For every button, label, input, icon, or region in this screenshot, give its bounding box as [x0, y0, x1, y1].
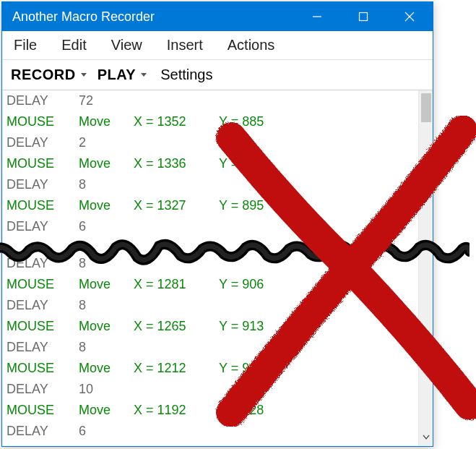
event-type: MOUSE	[7, 111, 79, 132]
event-type: MOUSE	[7, 316, 79, 337]
event-col2: 10	[79, 379, 134, 400]
event-row[interactable]: MOUSEMoveX = 1327Y = 895	[2, 195, 418, 216]
chevron-down-icon	[141, 72, 147, 78]
event-y: Y = 928	[219, 400, 304, 421]
settings-button[interactable]: Settings	[155, 65, 218, 85]
event-row[interactable]: MOUSEMoveX = 1265Y = 913	[2, 316, 418, 337]
scroll-down-arrow[interactable]	[419, 433, 433, 443]
event-row[interactable]: MOUSEMoveX = 1212Y = 923	[2, 358, 418, 379]
event-y: Y = 895	[219, 195, 304, 216]
event-col2: Move	[79, 358, 134, 379]
chevron-down-icon	[81, 72, 87, 78]
menu-file[interactable]: File	[9, 34, 41, 56]
event-row[interactable]: MOUSEMoveX = 1352Y = 885	[2, 111, 418, 132]
event-row[interactable]: MOUSEMoveX = 1192Y = 928	[2, 400, 418, 421]
titlebar: Another Macro Recorder	[2, 2, 433, 31]
event-x: X = 1327	[134, 195, 219, 216]
menu-view[interactable]: View	[107, 34, 147, 56]
menu-actions[interactable]: Actions	[223, 34, 280, 56]
play-button[interactable]: PLAY	[95, 65, 139, 85]
minimize-button[interactable]	[294, 2, 340, 31]
event-row[interactable]: DELAY8	[2, 337, 418, 358]
event-x: X = 1281	[134, 274, 219, 295]
scrollbar[interactable]	[418, 90, 433, 446]
minimize-icon	[312, 12, 322, 22]
event-type: MOUSE	[7, 195, 79, 216]
event-row[interactable]: MOUSEMoveX = 1336Y = 891	[2, 153, 418, 174]
event-type: DELAY	[7, 337, 79, 358]
event-type: DELAY	[7, 90, 79, 111]
maximize-button[interactable]	[340, 2, 386, 31]
event-x: X = 1192	[134, 400, 219, 421]
svg-rect-0	[360, 13, 368, 21]
event-type: DELAY	[7, 174, 79, 195]
event-col2: 8	[79, 295, 134, 316]
event-type: DELAY	[7, 216, 79, 237]
event-row[interactable]: DELAY8	[2, 295, 418, 316]
event-col2: Move	[79, 153, 134, 174]
scroll-thumb[interactable]	[421, 93, 431, 122]
menu-insert[interactable]: Insert	[163, 34, 207, 56]
toolbar: RECORD PLAY Settings	[2, 60, 433, 90]
event-col2: 6	[79, 421, 134, 442]
event-col2: 2	[79, 132, 134, 153]
event-y: Y = 885	[219, 111, 304, 132]
event-col2: Move	[79, 274, 134, 295]
event-y: Y = 906	[219, 274, 304, 295]
event-row[interactable]: MOUSEMoveX = 1281Y = 906	[2, 274, 418, 295]
play-dropdown[interactable]	[139, 72, 149, 78]
event-row[interactable]: DELAY8	[2, 253, 418, 274]
event-row[interactable]: DELAY2	[2, 132, 418, 153]
event-y: Y = 913	[219, 316, 304, 337]
event-list[interactable]: DELAY72MOUSEMoveX = 1352Y = 885DELAY2MOU…	[2, 90, 418, 446]
event-row[interactable]: DELAY6	[2, 421, 418, 442]
event-row[interactable]: DELAY10	[2, 379, 418, 400]
event-type: MOUSE	[7, 400, 79, 421]
event-x: X = 1336	[134, 153, 219, 174]
event-row[interactable]: DELAY72	[2, 90, 418, 111]
event-col2: 72	[79, 90, 134, 111]
event-col2: 8	[79, 337, 134, 358]
event-x: X = 1352	[134, 111, 219, 132]
event-y: Y = 891	[219, 153, 304, 174]
event-col2: Move	[79, 195, 134, 216]
window-title: Another Macro Recorder	[12, 9, 294, 25]
event-type: DELAY	[7, 421, 79, 442]
event-x: X = 1212	[134, 358, 219, 379]
event-type: DELAY	[7, 253, 79, 274]
event-type: DELAY	[7, 132, 79, 153]
record-button[interactable]: RECORD	[8, 65, 79, 85]
event-x: X = 1265	[134, 316, 219, 337]
maximize-icon	[358, 12, 368, 22]
app-window: Another Macro Recorder File Edit View In…	[1, 1, 433, 447]
event-type: DELAY	[7, 295, 79, 316]
event-list-area: DELAY72MOUSEMoveX = 1352Y = 885DELAY2MOU…	[2, 90, 433, 446]
event-col2: Move	[79, 111, 134, 132]
close-button[interactable]	[386, 2, 433, 31]
event-col2: Move	[79, 400, 134, 421]
event-y: Y = 923	[219, 358, 304, 379]
window-controls	[294, 2, 433, 31]
chevron-down-icon	[423, 434, 430, 441]
event-col2: 8	[79, 253, 134, 274]
menubar: File Edit View Insert Actions	[2, 31, 433, 60]
event-type: MOUSE	[7, 274, 79, 295]
close-icon	[404, 12, 415, 22]
event-type: MOUSE	[7, 358, 79, 379]
event-col2: Move	[79, 316, 134, 337]
event-type: DELAY	[7, 379, 79, 400]
event-col2: 8	[79, 174, 134, 195]
event-type: MOUSE	[7, 153, 79, 174]
event-col2: 6	[79, 216, 134, 237]
menu-edit[interactable]: Edit	[57, 34, 90, 56]
event-row[interactable]: DELAY6	[2, 216, 418, 237]
event-row[interactable]: DELAY8	[2, 174, 418, 195]
tear-gap	[2, 237, 418, 253]
record-dropdown[interactable]	[79, 72, 89, 78]
